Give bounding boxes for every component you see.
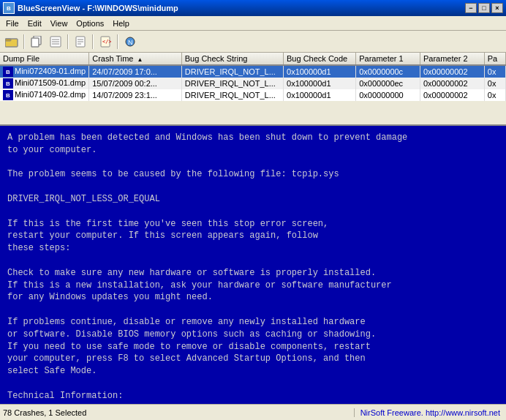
- status-right: NirSoft Freeware. http://www.nirsoft.net: [355, 408, 506, 417]
- bsod-line: [7, 304, 499, 316]
- table-row[interactable]: BMini072409-01.dmp 24/07/2009 17:0... DR…: [0, 65, 506, 78]
- separator-2: [67, 34, 69, 49]
- bsod-line: If this is a new installation, ask your …: [7, 280, 499, 292]
- col-param1[interactable]: Parameter 1: [356, 53, 420, 65]
- close-button[interactable]: ×: [491, 3, 503, 13]
- table-scroll[interactable]: Dump File Crash Time ▲ Bug Check String …: [0, 53, 506, 124]
- title-bar-buttons: − □ ×: [465, 3, 503, 13]
- menu-options[interactable]: Options: [72, 18, 108, 29]
- cell-param1: 0x0000000c: [356, 65, 420, 78]
- bsod-display: A problem has been detected and Windows …: [0, 126, 506, 404]
- cell-bug-check-string: DRIVER_IRQL_NOT_L...: [181, 65, 283, 78]
- status-bar: 78 Crashes, 1 Selected NirSoft Freeware.…: [0, 404, 506, 420]
- bsod-line: select Safe Mode.: [7, 365, 499, 378]
- bsod-line: The problem seems to be caused by the fo…: [7, 168, 499, 181]
- cell-param1: 0x00000000: [356, 89, 420, 101]
- bsod-line: A problem has been detected and Windows …: [7, 132, 499, 144]
- bsod-row-icon: B: [3, 78, 13, 89]
- bsod-row-icon: B: [3, 67, 13, 77]
- bsod-line: [7, 181, 499, 193]
- bsod-row-icon: B: [3, 90, 13, 100]
- cell-dump-file: BMini071509-01.dmp: [0, 78, 89, 89]
- bsod-line: restart your computer. If this screen ap…: [7, 230, 499, 242]
- bsod-line: [7, 255, 499, 267]
- menu-file[interactable]: File: [1, 18, 23, 29]
- cell-crash-time: 14/07/2009 23:1...: [89, 89, 182, 101]
- open-folder-btn[interactable]: [3, 34, 20, 50]
- html-report-btn[interactable]: </>: [97, 34, 114, 50]
- col-crash-time[interactable]: Crash Time ▲: [89, 53, 182, 65]
- cell-pa: 0x: [484, 65, 505, 78]
- bsod-line: or software. Disable BIOS memory options…: [7, 329, 499, 341]
- table-row[interactable]: BMini071409-02.dmp 14/07/2009 23:1... DR…: [0, 89, 506, 101]
- bsod-line: these steps:: [7, 242, 499, 255]
- cell-param2: 0x00000002: [420, 89, 484, 101]
- title-bar: B BlueScreenView - F:\WINDOWS\minidump −…: [0, 0, 506, 16]
- bsod-line: [7, 402, 499, 404]
- cell-bug-check-code: 0x100000d1: [284, 65, 356, 78]
- cell-pa: 0x: [484, 89, 505, 101]
- copy-btn[interactable]: [28, 34, 45, 50]
- select-all-btn[interactable]: [47, 34, 64, 50]
- cell-bug-check-code: 0x100000d1: [284, 89, 356, 101]
- cell-param2: 0x00000002: [420, 65, 484, 78]
- col-pa[interactable]: Pa: [484, 53, 505, 65]
- separator-3: [92, 34, 94, 49]
- menu-edit[interactable]: Edit: [23, 18, 46, 29]
- bsod-line: Technical Information:: [7, 390, 499, 402]
- status-left: 78 Crashes, 1 Selected: [0, 408, 355, 417]
- svg-rect-4: [31, 38, 39, 47]
- app-icon: B: [3, 2, 15, 14]
- table-row[interactable]: BMini071509-01.dmp 15/07/2009 00:2... DR…: [0, 78, 506, 89]
- svg-text:N: N: [128, 39, 133, 46]
- cell-crash-time: 15/07/2009 00:2...: [89, 78, 182, 89]
- window-title: BlueScreenView - F:\WINDOWS\minidump: [18, 4, 178, 12]
- bsod-line: [7, 157, 499, 169]
- crash-table: Dump File Crash Time ▲ Bug Check String …: [0, 53, 506, 101]
- cell-dump-file: BMini072409-01.dmp: [0, 65, 89, 78]
- bsod-line: If problems continue, disable or remove …: [7, 316, 499, 329]
- bsod-line: [7, 206, 499, 218]
- cell-bug-check-string: DRIVER_IRQL_NOT_L...: [181, 89, 283, 101]
- col-dump-file[interactable]: Dump File: [0, 53, 89, 65]
- menu-help[interactable]: Help: [108, 18, 134, 29]
- table-container: Dump File Crash Time ▲ Bug Check String …: [0, 53, 506, 126]
- maximize-button[interactable]: □: [478, 3, 490, 13]
- svg-text:</>: </>: [102, 39, 111, 45]
- bsod-line: If this is the first time you've seen th…: [7, 218, 499, 230]
- cell-bug-check-code: 0x100000d1: [284, 78, 356, 89]
- properties-btn[interactable]: [72, 34, 89, 50]
- cell-crash-time: 24/07/2009 17:0...: [89, 65, 182, 78]
- col-bug-check-code[interactable]: Bug Check Code: [284, 53, 356, 65]
- bsod-line: to your computer.: [7, 144, 499, 157]
- sort-arrow: ▲: [137, 56, 143, 63]
- bsod-line: for any Windows updates you might need.: [7, 291, 499, 304]
- separator-4: [117, 34, 118, 49]
- cell-bug-check-string: DRIVER_IRQL_NOT_L...: [181, 78, 283, 89]
- nirsoft-link-btn[interactable]: N: [121, 34, 139, 50]
- bsod-line: [7, 378, 499, 390]
- main-content: Dump File Crash Time ▲ Bug Check String …: [0, 53, 506, 404]
- bsod-line: Check to make sure any new hardware or s…: [7, 267, 499, 280]
- cell-dump-file: BMini071409-02.dmp: [0, 89, 89, 101]
- menu-view[interactable]: View: [46, 18, 72, 29]
- bsod-line: If you need to use safe mode to remove o…: [7, 341, 499, 353]
- bsod-line: your computer, press F8 to select Advanc…: [7, 353, 499, 365]
- bsod-line: DRIVER_IRQL_NOT_LESS_OR_EQUAL: [7, 193, 499, 206]
- cell-param1: 0x000000ec: [356, 78, 420, 89]
- menu-bar: File Edit View Options Help: [0, 16, 506, 31]
- cell-param2: 0x00000002: [420, 78, 484, 89]
- col-param2[interactable]: Parameter 2: [420, 53, 484, 65]
- cell-pa: 0x: [484, 78, 505, 89]
- col-bug-check-string[interactable]: Bug Check String: [181, 53, 283, 65]
- separator-1: [23, 34, 25, 49]
- toolbar: </> N: [0, 31, 506, 53]
- minimize-button[interactable]: −: [465, 3, 477, 13]
